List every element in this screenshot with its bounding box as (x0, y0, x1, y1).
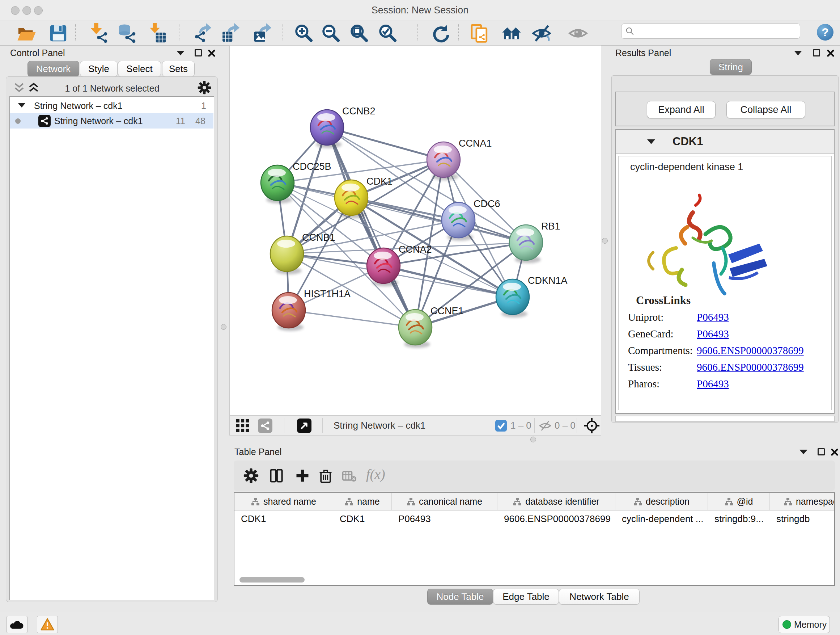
import-network-file-icon[interactable] (88, 23, 109, 43)
table-cell[interactable]: CDK1 (234, 510, 333, 527)
results-scrollbar-track[interactable] (615, 416, 835, 422)
crosslinks-title: CrossLinks (636, 294, 691, 307)
expand-all-button[interactable]: Expand All (647, 101, 715, 119)
tree-expand-icon[interactable] (18, 103, 25, 108)
cloud-status-button[interactable] (6, 616, 27, 633)
horizontal-splitter-handle[interactable] (531, 437, 536, 442)
zoom-selected-icon[interactable] (377, 23, 398, 43)
panel-menu-icon[interactable] (177, 51, 185, 55)
panel-close-icon[interactable] (208, 49, 216, 57)
tab-edge-table[interactable]: Edge Table (493, 589, 559, 605)
clone-network-icon[interactable] (469, 23, 489, 43)
crosslink-row: Tissues:9606.ENSP00000378699 (628, 361, 823, 378)
selected-nodes-checkbox[interactable] (495, 420, 507, 432)
delete-column-trash-icon[interactable] (317, 468, 333, 484)
node-ccna1[interactable]: CCNA1 (427, 138, 492, 180)
network-tree-root-row[interactable]: String Network – cdk1 1 (10, 98, 213, 113)
hide-selection-eye-icon[interactable] (531, 23, 552, 43)
table-cell[interactable]: stringdb (770, 510, 835, 527)
cloud-icon (10, 619, 24, 630)
crosslink-link[interactable]: 9606.ENSP00000378699 (697, 345, 804, 356)
window-title: Session: New Session (0, 0, 840, 20)
apply-layout-icon[interactable] (430, 23, 450, 43)
show-columns-icon[interactable] (268, 468, 284, 484)
birds-eye-view-icon[interactable] (297, 418, 311, 433)
zoom-fit-icon[interactable] (349, 23, 369, 43)
tab-network[interactable]: Network (27, 61, 79, 77)
table-settings-gear-icon[interactable] (243, 468, 259, 484)
panel-close-icon[interactable] (831, 448, 838, 456)
import-table-file-icon[interactable] (147, 23, 167, 43)
panel-float-icon[interactable] (195, 49, 202, 57)
help-button[interactable]: ? (817, 24, 834, 41)
table-cell[interactable]: P06493 (392, 510, 497, 527)
node-result-header[interactable]: CDK1 (616, 130, 834, 154)
vertical-splitter-handle[interactable] (221, 324, 226, 330)
table-cell[interactable]: 9606.ENSP00000378699 (497, 510, 615, 527)
show-all-eye-icon[interactable] (568, 23, 588, 43)
table-row[interactable]: CDK1CDK1P064939606.ENSP00000378699cyclin… (234, 510, 834, 527)
create-column-plus-icon[interactable] (294, 468, 310, 484)
network-view-title: String Network – cdk1 (333, 416, 425, 435)
export-table-icon[interactable] (221, 23, 241, 43)
tab-node-table[interactable]: Node Table (427, 589, 493, 605)
collapse-all-button[interactable]: Collapse All (726, 101, 805, 119)
edge-ccnb2-ccna1[interactable] (327, 127, 444, 160)
tab-style[interactable]: Style (80, 61, 118, 77)
column-header-id[interactable]: @id (708, 493, 770, 510)
tab-string[interactable]: String (710, 59, 752, 75)
tab-network-table[interactable]: Network Table (559, 589, 639, 605)
tab-select[interactable]: Select (118, 61, 161, 77)
edge-hist1h1a-ccne1[interactable] (289, 310, 415, 327)
open-session-icon[interactable] (16, 23, 36, 43)
node-ccnb2[interactable]: CCNB2 (310, 106, 376, 148)
column-header-namespace[interactable]: namespace (770, 493, 835, 510)
column-header-canonical-name[interactable]: canonical name (392, 493, 497, 510)
vertical-splitter-handle[interactable] (602, 238, 608, 244)
hidden-eye-icon[interactable] (538, 420, 552, 432)
separator (322, 418, 323, 433)
save-session-icon[interactable] (48, 23, 68, 43)
collapse-entry-icon[interactable] (647, 139, 655, 144)
crosslink-link[interactable]: P06493 (697, 378, 729, 390)
crosslink-link[interactable]: 9606.ENSP00000378699 (697, 361, 804, 373)
tab-sets[interactable]: Sets (162, 61, 195, 77)
table-cell[interactable]: cyclin-dependent ... (615, 510, 708, 527)
column-header-database-identifier[interactable]: database identifier (497, 493, 615, 510)
node-ccne1[interactable]: CCNE1 (399, 306, 464, 348)
export-network-icon[interactable] (193, 23, 213, 43)
table-header-row: shared namenamecanonical namedatabase id… (234, 493, 834, 510)
crosslink-link[interactable]: P06493 (697, 328, 729, 340)
grid-view-icon[interactable] (235, 418, 250, 433)
node-hist1h1a[interactable]: HIST1H1A (272, 288, 351, 331)
network-options-gear-icon[interactable] (197, 80, 212, 95)
panel-close-icon[interactable] (827, 49, 835, 57)
column-header-name[interactable]: name (333, 493, 392, 510)
node-ccnb1[interactable]: CCNB1 (270, 232, 335, 274)
node-cdkn1a[interactable]: CDKN1A (496, 275, 568, 318)
toolbar-separator (458, 24, 459, 41)
zoom-in-icon[interactable] (294, 23, 314, 43)
warning-status-button[interactable] (37, 616, 58, 633)
panel-float-icon[interactable] (813, 49, 820, 57)
column-header-description[interactable]: description (615, 493, 708, 510)
panel-menu-icon[interactable] (799, 450, 807, 454)
import-network-database-icon[interactable] (117, 23, 137, 43)
table-cell[interactable]: stringdb:9... (708, 510, 770, 527)
crosslink-link[interactable]: P06493 (697, 311, 729, 323)
table-cell[interactable]: CDK1 (333, 510, 392, 527)
network-share-view-icon[interactable] (258, 418, 272, 433)
export-image-icon[interactable] (253, 23, 273, 43)
node-rb1[interactable]: RB1 (509, 221, 561, 263)
zoom-out-icon[interactable] (321, 23, 341, 43)
fit-selected-crosshair-icon[interactable] (584, 417, 600, 434)
network-row-selected[interactable]: String Network – cdk1 11 48 (10, 113, 213, 128)
network-canvas[interactable]: CCNB2CCNA1CDC25BCDK1CDC6RB1CCNB1CCNA2CDK… (230, 46, 601, 415)
memory-button[interactable]: Memory (778, 616, 830, 633)
column-header-shared-name[interactable]: shared name (234, 493, 333, 510)
panel-menu-icon[interactable] (794, 51, 802, 55)
search-input[interactable] (635, 26, 790, 36)
first-neighbors-icon[interactable] (501, 23, 522, 43)
horizontal-scrollbar-thumb[interactable] (240, 577, 305, 583)
panel-float-icon[interactable] (818, 448, 825, 455)
